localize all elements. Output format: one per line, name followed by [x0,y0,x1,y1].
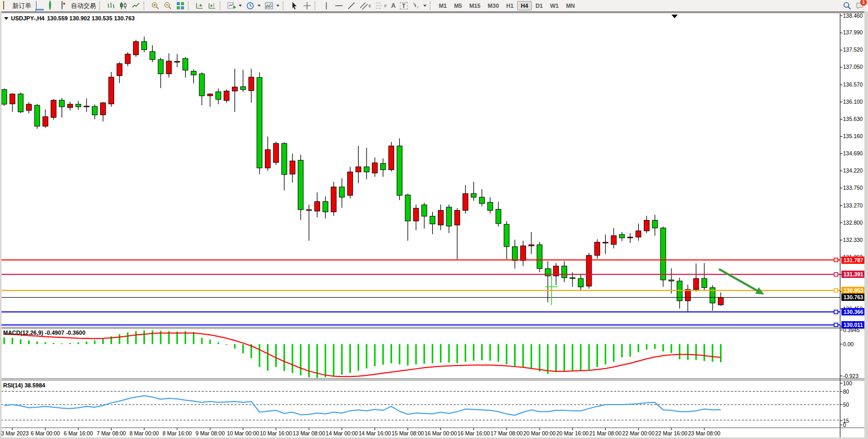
timeframe-M30[interactable]: M30 [484,1,503,10]
time-axis-tick: 14 Mar 00:00 [326,430,358,436]
candle [405,195,410,221]
toolbar-grip[interactable] [430,2,434,10]
chevron-down-icon[interactable] [4,17,8,20]
timeframe-D1[interactable]: D1 [532,1,546,10]
templates-button[interactable] [263,1,282,11]
price-axis-tick: 137.520 [843,46,863,53]
candle [2,90,7,104]
candle [496,209,501,223]
candle [619,235,625,238]
candle [158,59,163,74]
window-edge-right[interactable] [864,11,868,439]
zoom-in-button[interactable] [149,1,162,11]
price-axis-tick: 133.270 [843,202,863,209]
chart-shift-button[interactable] [206,1,218,11]
chevron-down-icon [276,5,279,7]
candle [207,94,213,96]
candle [273,143,278,163]
price-axis-tick: 136.100 [843,99,863,105]
candle [693,278,699,289]
new-order-label: 新订单 [13,2,31,10]
timeframe-M15[interactable]: M15 [466,1,484,10]
new-order-button[interactable]: 新订单 [0,1,33,11]
candle [702,278,707,288]
periods-button[interactable] [244,1,263,11]
time-axis-tick: 10 Mar 00:00 [227,430,259,436]
rsi-axis-tick: 0 [843,422,846,429]
market-watch-button[interactable] [33,1,46,11]
drawn-down-arrow[interactable] [719,269,757,290]
line-chart-button[interactable] [130,1,142,11]
candle [611,236,616,245]
label-tool-button[interactable]: T [398,1,410,11]
chart-shift-icon [208,2,216,10]
candle [191,71,196,75]
candle [199,74,204,96]
indicators-button[interactable] [225,1,244,11]
zoom-in-icon [151,2,160,10]
candle [26,104,31,111]
price-axis-tick: 137.050 [843,64,863,70]
candle [348,172,353,196]
autotrade-button[interactable]: 自动交易 [58,1,98,11]
timeframe-W1[interactable]: W1 [546,1,563,10]
fibonacci-tool-button[interactable]: F [373,1,389,11]
timeframe-M1[interactable]: M1 [435,1,450,10]
timeframe-toolbar: M1M5M15M30H1H4D1W1MN [435,1,579,10]
toolbar-grip[interactable] [219,2,224,10]
bar-chart-button[interactable] [105,1,117,11]
notifications-button[interactable]: 1 [855,2,864,10]
chart-window[interactable]: USDJPY-,H4 130.559 130.902 130.535 130.7… [0,11,868,439]
time-axis-tick: 23 Mar 08:00 [688,430,720,436]
zoom-out-button[interactable] [162,1,174,11]
rsi-axis-tick: 80 [843,388,849,395]
rsi-axis-tick: 100 [843,380,852,387]
timeframe-MN[interactable]: MN [563,1,579,10]
timeframe-H4[interactable]: H4 [517,1,532,10]
trendline-tool-button[interactable] [345,1,358,11]
time-axis-tick: 16 Mar 16:00 [458,430,490,436]
candle [76,104,81,107]
candle [142,42,147,50]
chart-shift-marker[interactable] [671,15,678,18]
candle [290,161,295,174]
toolbar-grip[interactable] [143,2,148,10]
chart-canvas[interactable] [0,13,868,439]
channel-tool-button[interactable]: E [358,1,373,11]
cursor-tool-button[interactable] [288,1,301,11]
vline-tool-button[interactable] [320,1,333,11]
candle [232,87,237,91]
candle [381,164,386,170]
arrows-shapes-icon [412,2,420,10]
price-axis-tick: 137.990 [843,29,863,36]
auto-scroll-button[interactable] [193,1,206,11]
time-axis-tick: 8 Mar 00:00 [130,430,159,436]
timeframe-M5[interactable]: M5 [450,1,466,10]
candle [240,87,246,90]
price-axis-tick: 134.690 [843,150,863,157]
candle [166,61,172,74]
candle [101,103,106,115]
candle-chart-button[interactable] [117,1,130,11]
tile-windows-button[interactable] [174,1,187,11]
toolbar-grip[interactable] [314,2,319,10]
candle [685,289,690,301]
toolbar-grip[interactable] [283,2,287,10]
crosshair-tool-button[interactable] [301,1,313,11]
candle [257,78,262,168]
rsi-axis-tick: 50 [843,401,849,408]
timeframe-H1[interactable]: H1 [503,1,517,10]
toolbar-grip[interactable] [188,2,192,10]
toolbar-grip[interactable] [99,2,104,10]
price-axis-tick: 134.220 [843,167,863,174]
signals-button[interactable] [46,1,58,11]
candle [636,231,641,237]
search-icon[interactable] [843,2,851,10]
fibonacci-icon [375,2,384,10]
shapes-tool-button[interactable] [410,1,429,11]
candle [34,105,40,126]
hline-tool-button[interactable] [333,1,345,11]
cursor-icon [290,2,299,10]
text-tool-button[interactable]: A [389,1,398,11]
mt4-terminal: 新订单 自动交易 [0,0,868,439]
